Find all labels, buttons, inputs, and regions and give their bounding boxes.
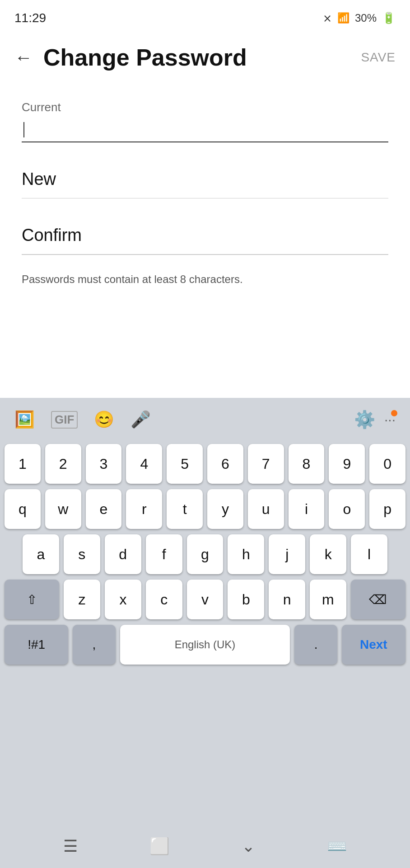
key-d[interactable]: d: [105, 534, 141, 574]
back-button[interactable]: ←: [14, 48, 33, 66]
bluetooth-icon: 📶: [337, 12, 349, 24]
battery-icon: 🔋: [382, 12, 396, 24]
key-4[interactable]: 4: [126, 444, 162, 484]
key-o[interactable]: o: [329, 489, 365, 529]
more-options-icon[interactable]: ···: [384, 412, 396, 427]
key-0[interactable]: 0: [369, 444, 405, 484]
bottom-nav: ☰ ⬜ ⌄ ⌨️: [0, 825, 410, 868]
confirm-password-group: Confirm: [22, 226, 388, 255]
battery-text: 30%: [355, 12, 377, 24]
key-l[interactable]: l: [351, 534, 387, 574]
settings-icon[interactable]: ⚙️: [354, 410, 375, 429]
key-u[interactable]: u: [248, 489, 284, 529]
nav-home-icon[interactable]: ⬜: [149, 837, 170, 856]
nav-menu-icon[interactable]: ☰: [63, 837, 78, 856]
key-z[interactable]: z: [64, 580, 100, 619]
confirm-password-label: Confirm: [22, 226, 388, 245]
shift-key[interactable]: ⇧: [5, 580, 59, 619]
number-row: 1 2 3 4 5 6 7 8 9 0: [0, 441, 410, 486]
delete-key[interactable]: ⌫: [351, 580, 405, 619]
status-time: 11:29: [14, 11, 46, 25]
symbols-key[interactable]: !#1: [5, 625, 68, 665]
status-icons: ⨯︎ 📶 30% 🔋: [323, 12, 396, 24]
new-password-underline: [22, 198, 388, 199]
save-button[interactable]: SAVE: [361, 50, 396, 65]
keyboard-toolbar-icons: 🖼️ GIF 😊 🎤: [14, 410, 151, 429]
comma-key[interactable]: ,: [73, 625, 115, 665]
gif-icon[interactable]: GIF: [51, 411, 78, 429]
key-r[interactable]: r: [126, 489, 162, 529]
form-content: Current New Confirm Passwords must conta…: [0, 82, 410, 295]
key-7[interactable]: 7: [248, 444, 284, 484]
page-title: Change Password: [43, 44, 361, 71]
notification-dot: [391, 410, 397, 416]
nav-keyboard-icon[interactable]: ⌨️: [327, 837, 347, 856]
key-9[interactable]: 9: [329, 444, 365, 484]
key-5[interactable]: 5: [167, 444, 203, 484]
key-w[interactable]: w: [45, 489, 81, 529]
key-3[interactable]: 3: [86, 444, 122, 484]
space-key[interactable]: English (UK): [120, 625, 290, 665]
key-s[interactable]: s: [64, 534, 100, 574]
key-a[interactable]: a: [23, 534, 59, 574]
mic-icon[interactable]: 🎤: [130, 410, 151, 429]
sticker-icon[interactable]: 🖼️: [14, 410, 35, 429]
key-8[interactable]: 8: [289, 444, 325, 484]
next-key[interactable]: Next: [342, 625, 405, 665]
key-g[interactable]: g: [187, 534, 224, 574]
key-6[interactable]: 6: [207, 444, 243, 484]
keyboard-row-2: a s d f g h j k l: [0, 532, 410, 577]
password-hint: Passwords must contain at least 8 charac…: [22, 269, 388, 286]
keyboard-bottom-row: !#1 , English (UK) . Next: [0, 622, 410, 667]
current-password-underline: [22, 142, 388, 142]
key-t[interactable]: t: [167, 489, 203, 529]
key-y[interactable]: y: [207, 489, 243, 529]
key-b[interactable]: b: [228, 580, 264, 619]
keyboard-toolbar: 🖼️ GIF 😊 🎤 ⚙️ ···: [0, 398, 410, 441]
key-c[interactable]: c: [146, 580, 182, 619]
nav-back-icon[interactable]: ⌄: [242, 837, 255, 856]
emoji-icon[interactable]: 😊: [94, 410, 114, 429]
keyboard-row-3: ⇧ z x c v b n m ⌫: [0, 577, 410, 622]
key-p[interactable]: p: [369, 489, 405, 529]
current-password-label: Current: [22, 100, 388, 114]
current-password-group: Current: [22, 100, 388, 142]
key-n[interactable]: n: [269, 580, 305, 619]
period-key[interactable]: .: [294, 625, 337, 665]
key-h[interactable]: h: [228, 534, 264, 574]
text-cursor: [23, 122, 24, 137]
key-v[interactable]: v: [187, 580, 224, 619]
key-m[interactable]: m: [310, 580, 346, 619]
keyboard-toolbar-right: ⚙️ ···: [354, 410, 396, 429]
key-2[interactable]: 2: [45, 444, 81, 484]
key-i[interactable]: i: [289, 489, 325, 529]
new-password-group: New: [22, 170, 388, 199]
key-e[interactable]: e: [86, 489, 122, 529]
keyboard-row-1: q w e r t y u i o p: [0, 486, 410, 532]
key-f[interactable]: f: [146, 534, 182, 574]
key-q[interactable]: q: [5, 489, 41, 529]
key-x[interactable]: x: [105, 580, 141, 619]
keyboard: 🖼️ GIF 😊 🎤 ⚙️ ··· 1 2 3 4 5 6 7 8 9 0 q …: [0, 398, 410, 868]
new-password-label: New: [22, 170, 388, 189]
key-1[interactable]: 1: [5, 444, 41, 484]
status-bar: 11:29 ⨯︎ 📶 30% 🔋: [0, 0, 410, 33]
confirm-password-underline: [22, 254, 388, 255]
current-password-cursor[interactable]: [22, 120, 388, 140]
key-k[interactable]: k: [310, 534, 346, 574]
key-j[interactable]: j: [269, 534, 305, 574]
app-bar: ← Change Password SAVE: [0, 33, 410, 82]
bluetooth-icon: ⨯︎: [323, 12, 332, 24]
